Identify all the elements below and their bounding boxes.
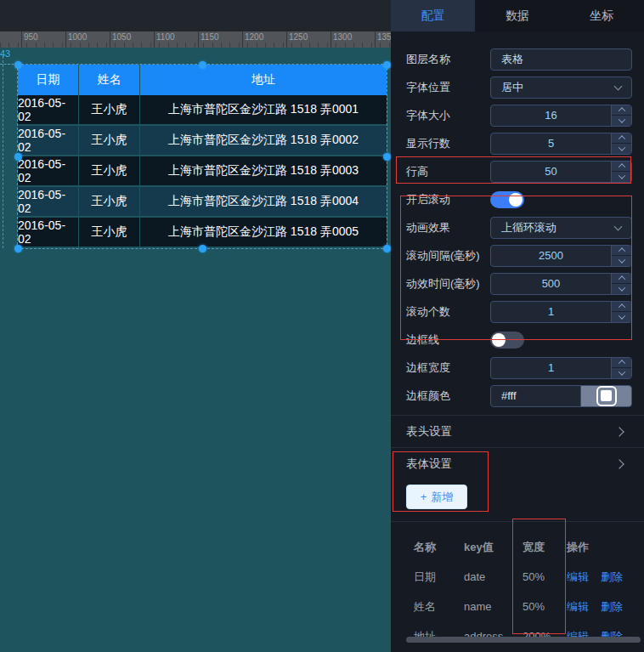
step-up-button[interactable] [612, 358, 631, 369]
resize-handle-ne[interactable] [383, 61, 391, 69]
scroll-count-input[interactable]: 1 [490, 301, 632, 323]
number-value: 16 [491, 105, 611, 126]
font-size-input[interactable]: 16 [490, 105, 632, 127]
table-row: 2016-05-02 王小虎 上海市普陀区金沙江路 1518 弄0004 [18, 187, 387, 218]
table-cell: 2016-05-02 [18, 126, 79, 155]
table-cell: 上海市普陀区金沙江路 1518 弄0001 [140, 95, 387, 124]
table-cell: 2016-05-02 [18, 218, 79, 247]
col-key: date [464, 570, 523, 583]
resize-handle-nw[interactable] [14, 61, 22, 69]
chevron-right-icon [614, 459, 624, 468]
field-label: 滚动个数 [406, 304, 450, 320]
edit-link[interactable]: 编辑 [567, 570, 589, 585]
border-color-control: #fff [490, 385, 632, 407]
number-stepper [611, 133, 631, 154]
step-up-button[interactable] [612, 162, 631, 173]
column-header: 宽度 [523, 540, 567, 555]
step-up-button[interactable] [612, 105, 631, 116]
border-line-toggle[interactable] [490, 332, 524, 349]
ruler-coordinate-label: 43 [0, 48, 10, 59]
ruler-label: 1200 [245, 32, 263, 42]
field-row-height: 行高 50 [406, 157, 632, 185]
section-body-settings[interactable]: 表体设置 [391, 447, 644, 479]
row-height-input[interactable]: 50 [490, 161, 632, 183]
table-cell: 王小虎 [79, 187, 140, 216]
field-animation-effect: 动画效果 上循环滚动 [406, 213, 632, 241]
tab-coordinate[interactable]: 坐标 [560, 0, 644, 31]
col-width: 50% [523, 570, 567, 583]
resize-handle-e[interactable] [383, 153, 391, 161]
border-color-input[interactable]: #fff [491, 386, 580, 406]
columns-table-row: 日期 date 50% 编辑 删除 [414, 562, 644, 592]
font-position-select[interactable]: 居中 [490, 77, 632, 99]
step-up-button[interactable] [612, 133, 631, 145]
tab-data[interactable]: 数据 [475, 0, 559, 31]
step-down-button[interactable] [612, 368, 631, 378]
horizontal-ruler: 950 1000 1050 1100 1150 1200 1250 1300 1… [0, 31, 391, 48]
step-down-button[interactable] [612, 116, 631, 126]
field-font-size: 字体大小 16 [406, 101, 632, 129]
color-picker-button[interactable] [580, 386, 631, 406]
border-width-input[interactable]: 1 [490, 357, 632, 379]
chevron-right-icon [614, 427, 624, 436]
resize-handle-w[interactable] [14, 153, 22, 161]
chevron-up-icon [618, 135, 624, 142]
section-label: 表体设置 [406, 456, 452, 472]
step-up-button[interactable] [612, 246, 631, 257]
table-row: 2016-05-02 王小虎 上海市普陀区金沙江路 1518 弄0001 [18, 95, 387, 126]
animation-duration-input[interactable]: 500 [490, 273, 632, 295]
tab-config[interactable]: 配置 [391, 0, 475, 31]
number-value: 1 [491, 302, 611, 322]
chevron-down-icon [618, 116, 624, 122]
number-stepper [611, 105, 631, 126]
add-column-button[interactable]: + 新增 [406, 485, 467, 509]
field-label: 边框颜色 [406, 388, 450, 404]
step-up-button[interactable] [612, 302, 631, 313]
field-border-width: 边框宽度 1 [406, 354, 632, 382]
col-width: 50% [523, 600, 567, 613]
layer-name-input-wrap [490, 48, 632, 71]
table-cell: 王小虎 [79, 126, 140, 155]
horizontal-scrollbar[interactable] [406, 637, 641, 643]
resize-handle-sw[interactable] [14, 245, 22, 252]
field-scroll-count: 滚动个数 1 [406, 298, 632, 326]
enable-scroll-toggle[interactable] [490, 191, 524, 208]
plus-icon: + [421, 490, 427, 503]
edit-link[interactable]: 编辑 [567, 599, 589, 615]
number-stepper [611, 302, 631, 322]
table-row: 2016-05-02 王小虎 上海市普陀区金沙江路 1518 弄0005 [18, 218, 387, 248]
table-cell: 王小虎 [79, 95, 140, 124]
section-header-settings[interactable]: 表头设置 [391, 415, 644, 447]
number-value: 5 [491, 133, 611, 154]
table-cell: 2016-05-02 [18, 187, 79, 216]
column-header: 操作 [567, 540, 589, 555]
resize-handle-se[interactable] [383, 245, 391, 252]
step-down-button[interactable] [612, 312, 631, 322]
step-down-button[interactable] [612, 284, 631, 294]
table-header-cell: 姓名 [79, 65, 140, 95]
resize-handle-s[interactable] [199, 245, 206, 252]
chevron-down-icon [614, 222, 623, 230]
resize-handle-n[interactable] [199, 61, 206, 69]
step-down-button[interactable] [612, 172, 631, 182]
field-layer-name: 图层名称 [406, 45, 632, 73]
table-widget[interactable]: 日期 姓名 地址 2016-05-02 王小虎 上海市普陀区金沙江路 1518 … [18, 65, 387, 248]
select-value: 上循环滚动 [501, 220, 556, 235]
delete-link[interactable]: 删除 [601, 599, 623, 615]
animation-effect-select[interactable]: 上循环滚动 [490, 217, 632, 239]
ruler-label: 1250 [289, 32, 308, 42]
step-up-button[interactable] [612, 274, 631, 285]
row-count-input[interactable]: 5 [490, 133, 632, 155]
scroll-interval-input[interactable]: 2500 [490, 245, 632, 267]
canvas-top-strip [0, 0, 391, 31]
chevron-down-icon [618, 368, 624, 375]
step-down-button[interactable] [612, 256, 631, 266]
field-animation-duration: 动效时间(毫秒) 500 [406, 269, 632, 298]
step-down-button[interactable] [612, 144, 631, 154]
add-button-label: 新增 [431, 490, 453, 505]
design-canvas[interactable]: 950 1000 1050 1100 1150 1200 1250 1300 1… [0, 0, 391, 652]
layer-name-input[interactable] [491, 49, 631, 70]
delete-link[interactable]: 删除 [601, 570, 623, 585]
alignment-guide-vertical [3, 56, 3, 248]
field-border-line: 边框线 [406, 326, 632, 354]
